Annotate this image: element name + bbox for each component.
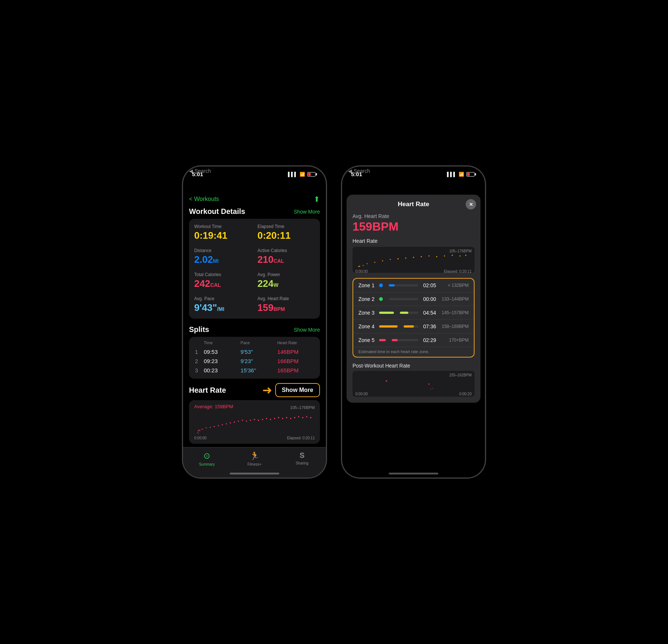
zone-1-dot [379,284,383,287]
svg-point-2 [199,430,200,431]
svg-point-9 [226,423,227,425]
time-1: 5:01 [192,171,203,177]
splits-header: Splits Show More [183,323,326,337]
hr-range-label: 105–176BPM [290,405,315,410]
svg-point-13 [242,420,243,421]
avg-hr-label: Avg. Heart Rate [352,213,475,219]
chart-end: Elapsed: 0:20:11 [444,269,472,273]
splits-card: Time Pace Heart Rate 1 09:53 9'53'' 146B… [189,337,320,379]
zone-1-label: Zone 1 [358,282,379,288]
tab-sharing[interactable]: S Sharing [278,451,326,465]
splits-header-row: Time Pace Heart Rate [194,341,315,345]
stat-avg-pace: Avg. Pace 9'43"/MI [194,296,252,313]
table-row: 1 09:53 9'53'' 146BPM [194,347,315,356]
tab-summary[interactable]: ⊙ Summary [183,451,231,466]
modal-title: Heart Rate [352,201,475,208]
zone-4-time: 07:36 [421,323,436,329]
splits-show-more[interactable]: Show More [294,327,320,333]
workout-details-show-more[interactable]: Show More [294,209,320,215]
summary-icon: ⊙ [203,451,210,461]
fitness-plus-icon: 🏃 [250,451,260,461]
svg-point-24 [286,417,287,419]
zone-3-bar-container [400,312,418,314]
phones-container: 5:01 ▌▌▌ 📶 ◀ Search < Workouts [182,166,486,478]
show-more-button[interactable]: Show More [275,383,320,397]
svg-point-26 [294,417,295,419]
zone-5-range: 170+BPM [439,338,469,343]
zones-container: Zone 1 02:05 < 132BPM Zone 2 [352,278,475,358]
svg-point-54 [386,380,387,382]
phone-2: 5:01 ▌▌▌ 📶 ◀ Search Heart Rate ✕ [341,166,486,478]
svg-point-21 [274,418,275,419]
svg-point-38 [359,266,360,267]
battery-1 [307,172,317,177]
svg-point-41 [374,262,375,263]
avg-hr-value: 159BPM [352,220,475,234]
table-row: 3 00:23 15'36'' 165BPM [194,366,315,375]
stat-elapsed-time: Elapsed Time 0:20:11 [257,224,315,241]
svg-point-47 [421,256,422,257]
heart-rate-header: Heart Rate ➜ Show More [189,383,320,397]
home-indicator-1 [230,473,279,474]
zone-2-bar-container [389,298,418,300]
svg-point-43 [390,259,391,260]
svg-point-34 [198,433,199,433]
post-chart-end: 0:00:20 [459,392,472,396]
svg-point-20 [270,419,271,420]
stat-distance: Distance 2.02MI [194,248,252,265]
status-icons-1: ▌▌▌ 📶 [288,172,317,177]
svg-point-23 [282,418,283,419]
svg-point-45 [405,258,406,259]
post-chart-range: 155–162BPM [355,373,472,377]
svg-point-8 [222,424,223,426]
workouts-back[interactable]: < Workouts [189,196,219,202]
heart-rate-section: Heart Rate ➜ Show More Average: 159BPM 1… [189,383,320,444]
close-button[interactable]: ✕ [466,199,476,209]
battery-2 [466,172,476,177]
hr-chart-card: Average: 159BPM 105–176BPM [189,400,320,444]
stat-avg-power: Avg. Power 224W [257,272,315,289]
workout-details-header: Workout Details Show More [183,205,326,219]
zone-1-range: < 132BPM [439,283,469,288]
zone-row-3: Zone 3 04:54 145–157BPM [353,306,474,320]
zone-row-2: Zone 2 00:00 133–144BPM [353,292,474,306]
hr-time-end: Elapsed: 0:20:11 [287,436,315,440]
phone-2-screen: 5:01 ▌▌▌ 📶 ◀ Search Heart Rate ✕ [342,167,485,477]
heart-rate-modal: Heart Rate ✕ Avg. Heart Rate 159BPM Hear… [347,195,480,403]
share-icon[interactable]: ⬆ [314,195,320,204]
modal-chart: 105–176BPM [352,247,475,273]
svg-point-42 [382,260,383,261]
signal-icon-1: ▌▌▌ [288,172,297,177]
home-indicator-2 [389,473,438,474]
zone-5-time: 02:29 [421,337,436,343]
svg-point-51 [452,255,453,256]
svg-point-11 [234,422,235,423]
table-row: 2 09:23 9'23'' 166BPM [194,356,315,366]
svg-point-30 [310,417,311,419]
svg-point-22 [278,417,279,419]
zone-3-label: Zone 3 [358,310,379,316]
stat-avg-hr: Avg. Heart Rate 159BPM [257,296,315,313]
phone1-content[interactable]: < Workouts ⬆ Workout Details Show More W… [183,192,326,447]
zone-5-bar [392,339,398,341]
zone-row-5: Zone 5 02:29 170+BPM [353,333,474,347]
svg-point-18 [262,419,263,420]
zone-5-label: Zone 5 [358,337,379,343]
svg-point-40 [367,263,368,264]
heart-rate-title: Heart Rate [189,386,226,395]
zone-3-range: 145–157BPM [439,310,469,315]
svg-point-53 [465,255,466,256]
workout-details-title: Workout Details [189,207,245,216]
modal-hr-chart-svg [355,253,472,267]
tab-sharing-label: Sharing [296,461,308,465]
svg-point-15 [250,420,251,421]
tab-fitness-plus[interactable]: 🏃 Fitness+ [231,451,279,466]
svg-point-28 [302,417,303,419]
wifi-icon-1: 📶 [300,172,305,177]
show-more-area: ➜ Show More [262,383,320,397]
svg-point-16 [254,419,255,420]
hr-section-label: Heart Rate [352,238,475,244]
svg-point-29 [306,416,307,417]
zone-1-bar [389,284,395,286]
post-chart-start: 0:00:00 [355,392,368,396]
